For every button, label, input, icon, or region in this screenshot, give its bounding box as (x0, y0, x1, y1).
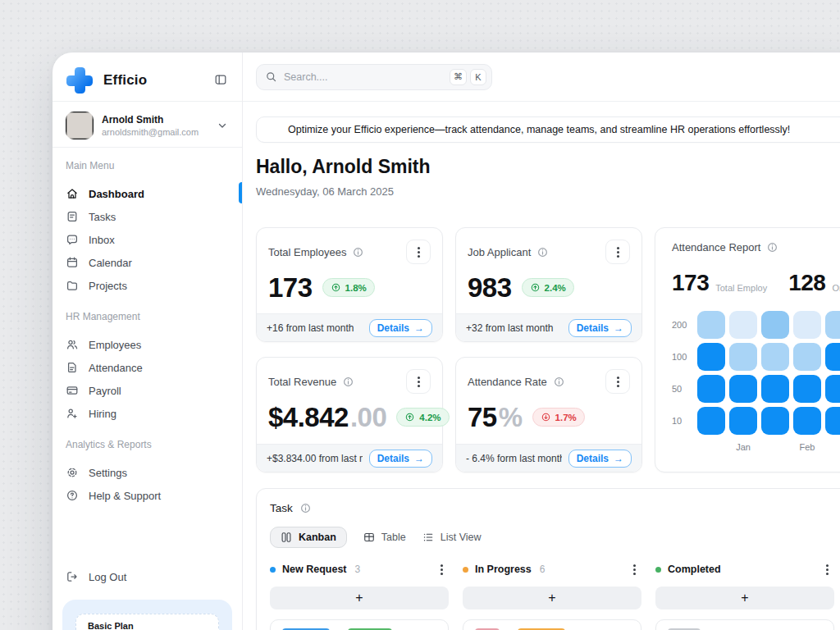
kebab-menu-button[interactable] (605, 240, 630, 264)
settings-icon (66, 466, 79, 479)
kebab-menu-button[interactable] (406, 240, 431, 264)
search-input[interactable]: Search.... ⌘ K (256, 64, 492, 90)
kanban-column-count: 6 (540, 564, 546, 575)
attendance-report-stats: 173 Total Employ 128 On Time (672, 272, 840, 294)
nav-section-label: HR Management (66, 310, 229, 323)
sidebar-item-projects[interactable]: Projects (66, 274, 229, 297)
add-task-button[interactable]: + (655, 587, 834, 609)
details-button[interactable]: Details→ (568, 319, 632, 337)
sidebar-item-help-support[interactable]: Help & Support (66, 484, 229, 507)
kanban-column-header: Completed (655, 562, 834, 577)
footer-note: +$3.834.00 from last mont (267, 453, 363, 464)
sidebar-item-inbox[interactable]: Inbox (66, 228, 229, 251)
sidebar-toggle-button[interactable] (212, 72, 229, 89)
trend-value: 1.8% (345, 283, 367, 293)
sidebar-item-hiring[interactable]: Hiring (66, 402, 229, 425)
details-label: Details (577, 322, 609, 334)
task-header: Task (270, 502, 840, 514)
arrow-right-icon: → (414, 322, 424, 334)
stat-card-body: Total Employees1731.8% (257, 228, 442, 301)
kebab-icon (617, 381, 619, 383)
kebab-icon (633, 568, 636, 571)
info-icon (536, 246, 549, 258)
heatmap-cell (825, 343, 840, 371)
stat-card-job-applicant: Job Applicant9832.4%+32 from last monthD… (455, 227, 642, 342)
status-dot (655, 567, 661, 573)
nav-item-label: Settings (89, 467, 127, 479)
main-content: Search.... ⌘ K Optimize your Efficio exp… (243, 52, 840, 630)
stat-card-title: Attendance Rate (468, 376, 547, 388)
status-dot (463, 567, 468, 573)
task-card[interactable] (655, 619, 834, 630)
view-tab-label: List View (441, 532, 482, 543)
kebab-menu-button[interactable] (434, 562, 449, 577)
nav-item-label: Employees (89, 339, 141, 351)
sidebar-item-employees[interactable]: Employees (66, 333, 229, 356)
kebab-icon (441, 568, 443, 571)
user-profile[interactable]: Arnold Smith arnoldsmith@gmail.com (66, 111, 229, 140)
view-tab-table[interactable]: Table (363, 527, 406, 548)
attendance-heatmap: 2001005010JanFeb (672, 311, 840, 452)
user-info: Arnold Smith arnoldsmith@gmail.com (102, 114, 199, 137)
stat-card-footer: +$3.834.00 from last montDetails→ (257, 444, 442, 472)
info-icon (352, 246, 364, 258)
user-email: arnoldsmith@gmail.com (102, 127, 199, 137)
details-button[interactable]: Details→ (568, 450, 632, 468)
kebab-icon (418, 381, 420, 383)
search-shortcut: ⌘ K (450, 69, 486, 85)
details-button[interactable]: Details→ (369, 319, 432, 337)
current-date: Wednesyday, 06 March 2025 (256, 185, 394, 198)
stat-value-row: 75%1.7% (468, 404, 630, 431)
info-icon (553, 376, 565, 388)
kebab-menu-button[interactable] (819, 562, 834, 577)
heatmap-cell (697, 343, 725, 371)
kebab-menu-button[interactable] (627, 562, 641, 577)
task-card[interactable] (463, 619, 641, 630)
kanban-column-name: In Progress (475, 564, 532, 575)
kebab-icon (418, 251, 420, 253)
task-card[interactable] (270, 619, 449, 630)
efficio-logo-icon (66, 66, 94, 94)
on-time-stat: 128 On Time (788, 272, 840, 294)
heatmap-cell (761, 311, 789, 339)
heatmap-cell (761, 407, 789, 435)
trend-badge: 2.4% (522, 278, 574, 297)
nav-item-label: Payroll (89, 385, 121, 397)
stat-value-row: 1731.8% (268, 274, 431, 301)
avatar (66, 112, 94, 139)
kebab-icon (617, 251, 619, 253)
view-tab-kanban[interactable]: Kanban (270, 527, 347, 548)
active-item-indicator (239, 182, 242, 203)
tasks-icon (66, 210, 79, 223)
sidebar-item-settings[interactable]: Settings (66, 461, 229, 484)
sidebar-item-dashboard[interactable]: Dashboard (66, 182, 229, 205)
sidebar-item-attendance[interactable]: Attendance (66, 356, 229, 379)
stat-value: $4.842.00 (268, 404, 386, 431)
cmd-key: ⌘ (450, 69, 467, 85)
announcement-banner: Optimize your Efficio experience—track a… (256, 116, 840, 143)
projects-icon (66, 279, 79, 292)
heatmap-cell (793, 407, 821, 435)
kanban-column-in-progress: In Progress6+ (463, 562, 641, 630)
kebab-menu-button[interactable] (406, 369, 431, 394)
kebab-menu-button[interactable] (605, 369, 630, 394)
logout-button[interactable]: Log Out (66, 564, 229, 589)
page-title: Hallo, Arnold Smith (256, 156, 431, 178)
add-task-button[interactable]: + (463, 587, 641, 609)
total-employ-stat: 173 Total Employ (672, 272, 767, 294)
details-button[interactable]: Details→ (369, 450, 432, 468)
heatmap-cell (729, 375, 757, 403)
plan-card[interactable]: Basic Plan (62, 600, 232, 630)
chevron-down-icon[interactable] (216, 119, 229, 132)
nav-item-label: Help & Support (89, 490, 161, 502)
sidebar-item-payroll[interactable]: Payroll (66, 379, 229, 402)
attendance-report-card: Attendance Report 173 Total Employ 128 O… (655, 227, 840, 472)
view-tab-list-view[interactable]: List View (422, 527, 482, 548)
sidebar-item-tasks[interactable]: Tasks (66, 205, 229, 228)
heatmap-cell (729, 343, 757, 371)
stat-card-header: Job Applicant (468, 240, 630, 264)
heatmap-cell (793, 311, 821, 339)
stat-card-body: Total Revenue$4.842.004.2% (257, 358, 442, 431)
add-task-button[interactable]: + (270, 587, 449, 609)
sidebar-item-calendar[interactable]: Calendar (66, 251, 229, 274)
